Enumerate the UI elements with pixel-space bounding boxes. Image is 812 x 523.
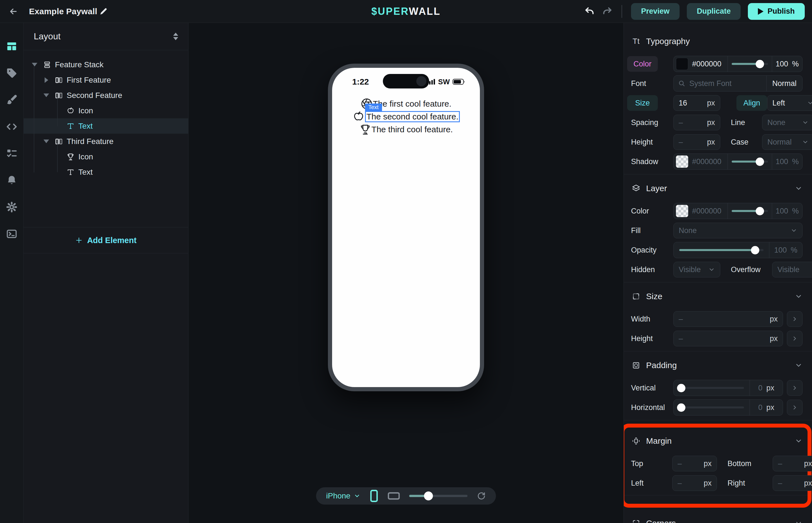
opacity-value[interactable]: 100% [769, 246, 802, 254]
padding-vertical-options-button[interactable] [787, 380, 802, 396]
portrait-orientation-icon[interactable] [370, 490, 378, 502]
padding-horizontal-control: 0px [674, 399, 783, 416]
shadow-opacity-slider[interactable] [728, 154, 772, 170]
line-height-input[interactable]: – px [674, 134, 720, 150]
layer-color-opacity-slider[interactable] [728, 203, 772, 219]
rail-settings-button[interactable] [5, 201, 18, 213]
layer-header[interactable]: Layer [631, 181, 802, 196]
color-opacity-value[interactable]: 100% [772, 60, 802, 68]
section-title: Margin [646, 436, 672, 446]
chevron-down-icon[interactable] [795, 184, 802, 192]
typography-header[interactable]: Tt Typography [631, 34, 802, 49]
size-mode-toggle[interactable]: Size [627, 95, 658, 111]
zoom-slider[interactable] [409, 495, 468, 497]
align-select[interactable]: Left [767, 95, 812, 111]
padding-horizontal-slider[interactable] [674, 400, 750, 415]
zoom-slider-knob[interactable] [424, 491, 433, 500]
feature-row-3[interactable]: The third cool feature. [359, 123, 453, 136]
rail-theme-button[interactable] [5, 94, 18, 106]
rail-layout-button[interactable] [5, 40, 18, 52]
rail-checklist-button[interactable] [5, 147, 18, 160]
device-select[interactable]: iPhone [326, 491, 361, 500]
landscape-orientation-icon[interactable] [388, 492, 400, 500]
layer-color-opacity-value[interactable]: 100% [772, 207, 802, 215]
tree-item-third-icon[interactable]: Icon [24, 149, 188, 164]
shadow-color-swatch[interactable] [676, 156, 688, 168]
margin-bottom-input[interactable]: – px [773, 456, 812, 471]
padding-vertical-value[interactable]: 0px [750, 384, 783, 392]
color-hex-value[interactable]: #000000 [692, 60, 721, 68]
feature-text-selected[interactable]: The second cool feature. [365, 111, 460, 122]
rail-notifications-button[interactable] [5, 174, 18, 186]
margin-header[interactable]: Margin [631, 434, 802, 448]
layer-color-swatch[interactable] [676, 205, 688, 217]
corners-header[interactable]: Corners [631, 516, 802, 523]
color-opacity-slider[interactable] [728, 56, 772, 72]
font-size-input[interactable]: 16 px [674, 95, 720, 111]
edit-title-button[interactable] [99, 7, 107, 15]
back-button[interactable] [7, 5, 20, 18]
size-header[interactable]: Size [631, 289, 802, 304]
chevron-down-icon[interactable] [795, 437, 802, 445]
case-select[interactable]: Normal [762, 134, 812, 150]
layer-color-hex[interactable]: #000000 [692, 207, 721, 215]
shadow-hex-value[interactable]: #000000 [692, 157, 721, 166]
refresh-icon[interactable] [477, 491, 486, 500]
phone-screen[interactable]: 1:22 SW The first cool feature. [332, 68, 480, 387]
shadow-opacity-value[interactable]: 100% [772, 157, 802, 166]
overflow-select[interactable]: Visible [772, 262, 812, 277]
padding-vertical-slider[interactable] [674, 380, 750, 396]
feature-row-2[interactable]: Text The second cool feature. [352, 110, 460, 123]
preview-button[interactable]: Preview [631, 3, 680, 20]
tree-item-third-text[interactable]: Text [24, 164, 188, 180]
caret-expanded-icon[interactable] [30, 63, 39, 67]
margin-top-input[interactable]: – px [672, 456, 717, 471]
add-element-button[interactable]: Add Element [24, 228, 188, 253]
tree-item-third-feature[interactable]: Third Feature [24, 134, 188, 149]
redo-button[interactable] [602, 6, 612, 17]
color-mode-toggle[interactable]: Color [627, 56, 658, 72]
hidden-select[interactable]: Visible [674, 262, 720, 277]
align-mode-toggle[interactable]: Align [736, 95, 767, 111]
canvas[interactable]: 1:22 SW The first cool feature. [189, 23, 623, 523]
tree-item-second-text[interactable]: Text [24, 118, 188, 134]
caret-expanded-icon[interactable] [41, 93, 51, 97]
sort-toggle[interactable] [173, 33, 178, 40]
padding-horizontal-options-button[interactable] [787, 400, 802, 415]
bell-icon [6, 175, 17, 186]
font-style-select[interactable]: Normal [767, 79, 802, 88]
rail-console-button[interactable] [5, 228, 18, 240]
padding-header[interactable]: Padding [631, 358, 802, 373]
chevron-down-icon[interactable] [795, 519, 802, 523]
chevron-down-icon[interactable] [795, 361, 802, 369]
fill-select[interactable]: None [674, 223, 802, 238]
width-input[interactable]: – px [674, 311, 783, 327]
caret-collapsed-icon[interactable] [41, 77, 51, 83]
line-select[interactable]: None [762, 115, 812, 130]
tree-item-second-feature[interactable]: Second Feature [24, 88, 188, 103]
chevron-down-icon[interactable] [795, 292, 802, 300]
letter-spacing-input[interactable]: – px [674, 115, 720, 130]
font-search-input[interactable]: System Font [674, 79, 766, 88]
tree-item-second-icon[interactable]: Icon [24, 103, 188, 118]
opacity-slider[interactable] [674, 242, 769, 258]
tree-item-feature-stack[interactable]: Feature Stack [24, 57, 188, 72]
height-options-button[interactable] [787, 331, 802, 346]
chevron-down-icon [807, 100, 812, 106]
rail-products-button[interactable] [5, 67, 18, 79]
height-input[interactable]: – px [674, 331, 783, 346]
undo-button[interactable] [584, 6, 595, 17]
tree-item-first-feature[interactable]: First Feature [24, 72, 188, 88]
rail-code-button[interactable] [5, 121, 18, 133]
width-options-button[interactable] [787, 311, 802, 327]
publish-label: Publish [768, 7, 795, 16]
publish-button[interactable]: Publish [748, 3, 805, 20]
margin-left-input[interactable]: – px [672, 475, 717, 491]
margin-top-label: Top [631, 459, 672, 468]
fill-row: Fill None [631, 222, 802, 239]
margin-right-input[interactable]: – px [773, 475, 812, 491]
padding-horizontal-value[interactable]: 0px [750, 403, 783, 412]
duplicate-button[interactable]: Duplicate [687, 3, 741, 20]
color-swatch[interactable] [676, 58, 688, 70]
caret-expanded-icon[interactable] [41, 140, 51, 143]
